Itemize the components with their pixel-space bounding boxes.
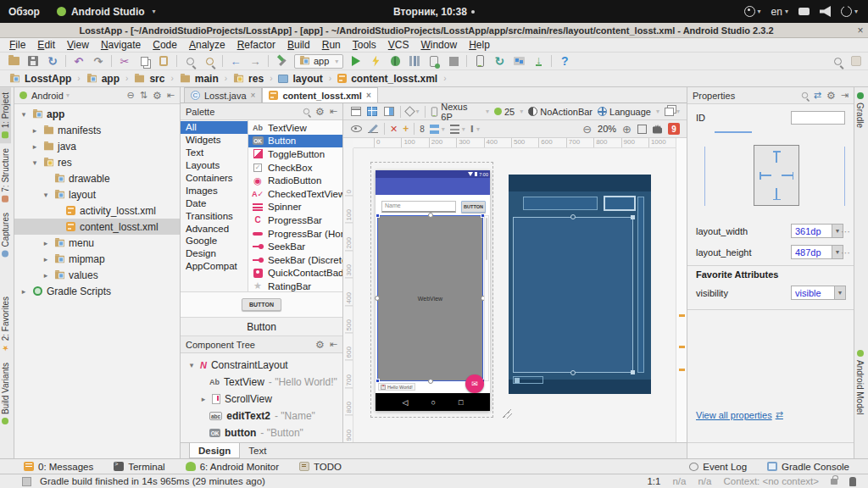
- keyboard-layout-menu[interactable]: en▾: [771, 6, 788, 18]
- breadcrumb-layout[interactable]: layout: [275, 73, 325, 85]
- theme-select[interactable]: NoActionBar: [528, 107, 593, 117]
- palette-category-transitions[interactable]: Transitions: [181, 209, 248, 222]
- tree-item-button[interactable]: OK button - "Button": [181, 424, 342, 441]
- warning-mark[interactable]: [679, 314, 685, 317]
- palette-category-images[interactable]: Images: [181, 184, 248, 197]
- constraint-anchor[interactable]: [428, 213, 433, 218]
- search-everywhere-button[interactable]: [831, 54, 844, 68]
- lock-icon[interactable]: [831, 479, 837, 485]
- profile-button[interactable]: [408, 54, 421, 68]
- palette-item-button[interactable]: OKButton: [248, 135, 342, 148]
- project-tree-item-layout[interactable]: ▾layout: [14, 186, 180, 202]
- find-button[interactable]: [183, 54, 197, 68]
- constraint-anchor[interactable]: [428, 379, 433, 384]
- hide-panel-icon[interactable]: ⇥: [841, 90, 849, 101]
- stop-button[interactable]: [447, 54, 460, 68]
- error-count-badge[interactable]: 9: [668, 123, 680, 135]
- design-view-mode-icon[interactable]: [350, 106, 362, 117]
- palette-item-textview[interactable]: AbTextView: [248, 121, 342, 135]
- project-tree-item-menu[interactable]: ▸menu: [14, 235, 180, 251]
- breadcrumb-project[interactable]: LosstApp: [7, 73, 74, 85]
- tool-window-terminal[interactable]: Terminal: [103, 462, 175, 472]
- layout-height-select[interactable]: 487dp▼: [791, 245, 843, 259]
- tool-window-messages[interactable]: 0: Messages: [14, 462, 103, 472]
- close-icon[interactable]: ×: [251, 91, 256, 100]
- menu-analyze[interactable]: Analyze: [183, 39, 231, 51]
- palette-category-layouts[interactable]: Layouts: [181, 159, 248, 172]
- power-menu[interactable]: ▾: [841, 6, 858, 17]
- palette-item-radiobutton[interactable]: ◉RadioButton: [248, 174, 342, 187]
- open-file-button[interactable]: [7, 54, 20, 68]
- tab-text[interactable]: Text: [240, 443, 275, 458]
- menu-help[interactable]: Help: [463, 39, 496, 51]
- navigate-forward-button[interactable]: →: [248, 54, 262, 68]
- palette-category-advanced[interactable]: Advanced: [181, 222, 248, 235]
- layout-variant-select[interactable]: ▾: [665, 108, 680, 116]
- palette-category-text[interactable]: Text: [181, 147, 248, 159]
- scrollview-widget[interactable]: [484, 215, 489, 381]
- menu-build[interactable]: Build: [281, 39, 316, 51]
- palette-item-ratingbar[interactable]: ★RatingBar: [248, 280, 342, 291]
- run-configuration-select[interactable]: app▾: [294, 54, 343, 69]
- tool-window-gradle-console[interactable]: Gradle Console: [757, 462, 860, 472]
- blueprint-scrollview[interactable]: [637, 197, 644, 373]
- app-menu-button[interactable]: Android Studio▾: [48, 6, 164, 18]
- constraint-anchor[interactable]: [375, 296, 380, 301]
- tree-item-textview[interactable]: Ab TextView - "Hello World!": [181, 374, 342, 391]
- editor-tab-losst-java[interactable]: C Losst.java ×: [184, 87, 262, 103]
- gradle-sync-button[interactable]: ↻: [492, 54, 506, 68]
- hide-panel-icon[interactable]: ⇤: [330, 106, 337, 117]
- menu-edit[interactable]: Edit: [31, 39, 61, 51]
- show-constraints-icon[interactable]: [350, 124, 362, 135]
- menu-navigate[interactable]: Navigate: [95, 39, 147, 51]
- accessibility-menu[interactable]: ▾: [744, 6, 761, 17]
- locale-select[interactable]: Language▾: [598, 107, 659, 117]
- close-icon[interactable]: ×: [366, 91, 371, 100]
- activities-overview-button[interactable]: Обзор: [0, 6, 48, 18]
- resize-handle[interactable]: [631, 215, 635, 219]
- zoom-to-fit-icon[interactable]: [637, 125, 647, 134]
- blueprint-webview[interactable]: [513, 217, 633, 373]
- blueprint-edittext[interactable]: [523, 197, 598, 210]
- layout-width-select[interactable]: 361dp▼: [791, 224, 843, 238]
- menu-file[interactable]: File: [3, 39, 31, 51]
- tree-item-edittext2[interactable]: abc editText2 - "Name": [181, 408, 342, 424]
- palette-item-progressbar[interactable]: CProgressBar: [248, 214, 342, 227]
- tab-design[interactable]: Design: [189, 443, 240, 458]
- id-input[interactable]: [791, 111, 845, 125]
- expand-arrow[interactable]: ▾: [42, 191, 50, 199]
- blueprint-button[interactable]: [604, 196, 636, 211]
- device-preview-blueprint[interactable]: [509, 175, 651, 394]
- project-tree-item-values[interactable]: ▸values: [14, 267, 180, 283]
- palette-item-seekbar[interactable]: SeekBar: [248, 240, 342, 253]
- resize-handle[interactable]: [376, 214, 380, 218]
- breadcrumb-src[interactable]: src: [131, 73, 167, 85]
- synchronize-button[interactable]: ↻: [46, 54, 59, 68]
- status-message[interactable]: Gradle build finished in 14s 965ms (29 m…: [40, 476, 265, 486]
- palette-item-togglebutton[interactable]: ToggleButton: [248, 147, 342, 161]
- view-all-properties-link[interactable]: View all properties⇄: [696, 409, 783, 420]
- make-project-button[interactable]: [275, 54, 288, 68]
- project-tree-item-java[interactable]: ▸java: [14, 138, 180, 154]
- zoom-out-button[interactable]: ⊖: [582, 123, 592, 136]
- replace-button[interactable]: [203, 54, 216, 68]
- scroll-to-source-icon[interactable]: ⇅: [140, 90, 147, 101]
- gear-icon[interactable]: ⚙: [153, 90, 162, 102]
- run-button[interactable]: [349, 54, 363, 68]
- save-all-button[interactable]: [26, 54, 40, 68]
- menu-tools[interactable]: Tools: [347, 39, 382, 51]
- visibility-select[interactable]: visible▼: [791, 286, 846, 300]
- instant-run-button[interactable]: [369, 54, 382, 68]
- resize-handle[interactable]: [631, 370, 635, 374]
- expand-arrow[interactable]: ▸: [199, 395, 208, 403]
- expand-arrow[interactable]: ▸: [19, 287, 28, 296]
- gear-icon[interactable]: ⚙: [315, 339, 325, 351]
- project-tree-item-drawable[interactable]: drawable: [14, 170, 180, 186]
- redo-button[interactable]: ↷: [92, 54, 105, 68]
- help-button[interactable]: ?: [558, 54, 571, 68]
- warning-mark[interactable]: [679, 369, 685, 371]
- line-separator-indicator[interactable]: n/a: [672, 476, 686, 486]
- tool-window-tab-structure[interactable]: 7: Structure: [0, 143, 11, 208]
- palette-category-date[interactable]: Date: [181, 197, 248, 209]
- edittext-name-widget[interactable]: Name: [381, 201, 456, 213]
